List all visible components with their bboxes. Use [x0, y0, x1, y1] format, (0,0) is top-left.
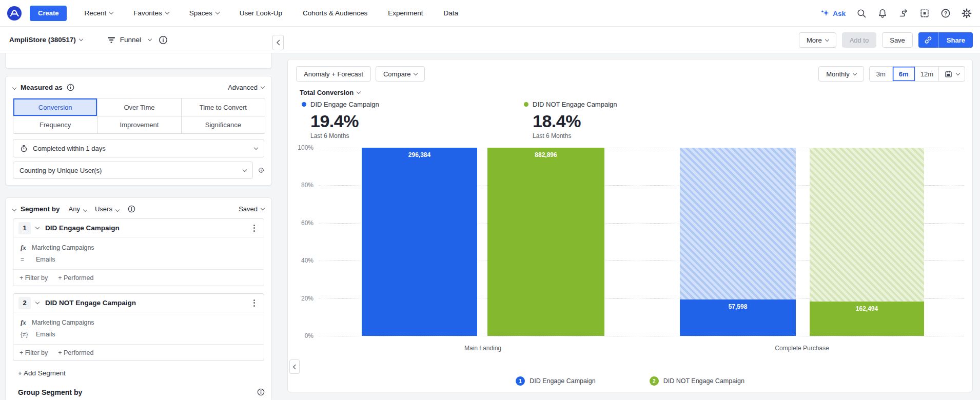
collapse-panel-button[interactable]: [289, 359, 300, 374]
x-axis-label-main-landing: Main Landing: [426, 345, 539, 352]
y-axis-tick: 100%: [290, 144, 313, 151]
project-selector[interactable]: AmpliStore (380517): [9, 36, 83, 44]
funnel-chart-plot: 100% 80% 60% 40% 20% 0% 296,384 882,896 …: [319, 148, 964, 336]
pathfinder-icon[interactable]: [898, 8, 909, 18]
copy-link-button[interactable]: [918, 32, 939, 48]
range-6m-button[interactable]: 6m: [892, 67, 915, 81]
add-to-button[interactable]: Add to: [842, 32, 877, 48]
ask-ai-button[interactable]: Ask: [820, 8, 846, 18]
info-icon[interactable]: [258, 166, 264, 175]
chevron-down-icon: [109, 10, 113, 14]
legend-item-did-not-engage[interactable]: 2 DID NOT Engage Campaign: [650, 376, 744, 386]
conversion-period: Last 6 Months: [533, 132, 617, 139]
save-button[interactable]: Save: [882, 32, 913, 48]
tab-improvement[interactable]: Improvement: [97, 116, 181, 133]
segment-index-badge[interactable]: 1: [18, 222, 31, 234]
tab-conversion[interactable]: Conversion: [13, 98, 97, 116]
saved-dropdown[interactable]: Saved: [239, 205, 264, 213]
info-icon[interactable]: [127, 205, 136, 213]
nav-item-data[interactable]: Data: [443, 9, 458, 17]
info-icon[interactable]: [66, 83, 75, 92]
segment-index-badge[interactable]: 2: [18, 297, 31, 309]
amplitude-logo-icon[interactable]: [7, 6, 22, 21]
range-3m-button[interactable]: 3m: [870, 67, 892, 81]
x-axis-label-complete-purchase: Complete Purchase: [746, 345, 858, 352]
segment-any-dropdown[interactable]: Any: [69, 205, 87, 213]
collapse-sidebar-button[interactable]: [272, 35, 284, 50]
segment-by-title: Segment by: [21, 205, 60, 213]
tab-time-to-convert[interactable]: Time to Convert: [181, 98, 265, 116]
dashboard-select-icon[interactable]: [919, 8, 930, 18]
legend-item-did-engage[interactable]: 1 DID Engage Campaign: [516, 376, 596, 386]
performed-button[interactable]: + Performed: [58, 349, 93, 356]
y-axis-tick: 80%: [290, 182, 313, 189]
section-collapse-chevron-icon[interactable]: [12, 207, 16, 211]
metric-dropdown[interactable]: Total Conversion: [300, 89, 360, 96]
tab-over-time[interactable]: Over Time: [97, 98, 181, 116]
segment-event-row[interactable]: fxMarketing Campaigns: [21, 318, 258, 327]
nav-item-cohorts-audiences[interactable]: Cohorts & Audiences: [303, 9, 367, 17]
chevron-down-icon: [825, 37, 829, 41]
date-picker-button[interactable]: [938, 67, 965, 81]
chevron-down-icon[interactable]: [35, 225, 40, 229]
bar-step2-did-not-engage[interactable]: 162,494: [810, 148, 924, 336]
anomaly-forecast-button[interactable]: Anomaly + Forecast: [296, 66, 371, 82]
notifications-bell-icon[interactable]: [877, 8, 888, 18]
segment-name[interactable]: DID Engage Campaign: [45, 224, 120, 232]
chevron-down-icon: [357, 90, 361, 94]
segment-users-dropdown[interactable]: Users: [95, 205, 119, 213]
not-equals-operator: {≠}: [21, 331, 36, 338]
nav-item-recent[interactable]: Recent: [84, 9, 113, 17]
chevron-down-icon: [261, 85, 265, 89]
segment-event-row[interactable]: fxMarketing Campaigns: [21, 244, 258, 252]
chevron-down-icon: [254, 145, 258, 149]
group-segment-by-title: Group Segment by: [18, 388, 82, 396]
search-icon[interactable]: [856, 8, 867, 18]
range-12m-button[interactable]: 12m: [915, 67, 938, 81]
filter-by-button[interactable]: + Filter by: [19, 349, 48, 356]
performed-button[interactable]: + Performed: [58, 274, 93, 282]
help-icon[interactable]: ?: [940, 8, 951, 18]
bar-step1-did-engage[interactable]: 296,384: [362, 148, 477, 336]
compare-dropdown[interactable]: Compare: [376, 66, 425, 82]
bar-step1-did-not-engage[interactable]: 882,896: [487, 148, 604, 336]
chevron-down-icon: [115, 208, 120, 212]
counting-by-select[interactable]: Counting by Unique User(s): [13, 162, 253, 179]
conversion-window-select[interactable]: Completed within 1 days: [13, 139, 264, 157]
settings-gear-icon[interactable]: [962, 8, 972, 18]
create-button[interactable]: Create: [30, 6, 67, 21]
advanced-dropdown[interactable]: Advanced: [228, 84, 264, 91]
measured-as-tabs: Conversion Over Time Time to Convert Fre…: [13, 98, 265, 134]
tab-frequency[interactable]: Frequency: [13, 116, 97, 133]
chevron-down-icon: [83, 208, 87, 212]
date-range-control: 3m 6m 12m: [869, 66, 965, 82]
chart-type-selector[interactable]: Funnel: [106, 35, 168, 45]
fx-icon: fx: [21, 244, 32, 252]
segment-name[interactable]: DID NOT Engage Campaign: [45, 299, 136, 307]
chevron-down-icon[interactable]: [35, 300, 40, 304]
filter-by-button[interactable]: + Filter by: [19, 274, 48, 282]
info-icon[interactable]: [158, 35, 168, 45]
nav-item-user-lookup[interactable]: User Look-Up: [240, 9, 282, 17]
top-navbar: Create Recent Favorites Spaces User Look…: [0, 0, 980, 27]
nav-item-spaces[interactable]: Spaces: [189, 9, 219, 17]
add-segment-button[interactable]: + Add Segment: [18, 369, 66, 377]
interval-dropdown[interactable]: Monthly: [818, 66, 864, 82]
more-button[interactable]: More: [799, 32, 836, 48]
chevron-left-icon: [292, 364, 297, 370]
segment-row-2: 2 DID NOT Engage Campaign fxMarketing Ca…: [13, 293, 264, 361]
kebab-menu-icon[interactable]: [249, 299, 259, 307]
segment-operator-row[interactable]: =Emails: [21, 256, 258, 263]
kebab-menu-icon[interactable]: [249, 225, 259, 232]
info-icon[interactable]: [257, 388, 265, 396]
nav-item-experiment[interactable]: Experiment: [388, 9, 423, 17]
section-collapse-chevron-icon[interactable]: [12, 85, 16, 89]
bar-step2-did-engage[interactable]: 57,598: [680, 148, 796, 336]
equals-operator: =: [21, 256, 36, 263]
nav-item-favorites[interactable]: Favorites: [133, 9, 169, 17]
segment-operator-row[interactable]: {≠}Emails: [21, 331, 258, 338]
chevron-down-icon: [215, 10, 220, 14]
share-button[interactable]: Share: [939, 32, 973, 48]
metric-did-not-engage: DID NOT Engage Campaign 18.4% Last 6 Mon…: [524, 101, 617, 139]
tab-significance[interactable]: Significance: [181, 116, 265, 133]
